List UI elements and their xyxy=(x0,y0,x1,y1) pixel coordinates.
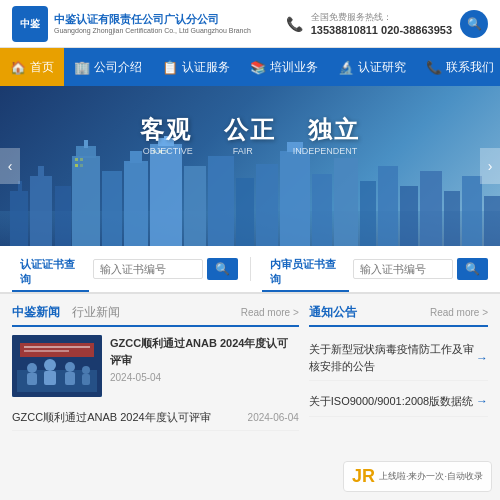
svg-rect-33 xyxy=(80,164,83,167)
contact-area: 📞 全国免费服务热线： 13538810811 020-38863953 🔍 xyxy=(286,10,488,38)
cert-search-input[interactable] xyxy=(93,259,203,279)
svg-rect-1 xyxy=(10,191,28,246)
svg-rect-6 xyxy=(72,156,100,246)
news-thumbnail xyxy=(12,335,102,397)
notice-section-header: 通知公告 Read more > xyxy=(309,304,488,327)
svg-rect-32 xyxy=(75,164,78,167)
svg-rect-21 xyxy=(312,174,332,246)
search-bar: 认证证书查询 🔍 内审员证书查询 🔍 xyxy=(0,246,500,294)
contact-icon: 📞 xyxy=(426,60,442,75)
svg-rect-4 xyxy=(38,166,44,176)
hero-prev-button[interactable]: ‹ xyxy=(0,148,20,184)
nav-label-cert-service: 认证服务 xyxy=(182,59,230,76)
hero-next-button[interactable]: › xyxy=(480,148,500,184)
svg-point-43 xyxy=(65,362,75,372)
svg-rect-18 xyxy=(256,164,278,246)
industry-news-tab[interactable]: 行业新闻 xyxy=(72,304,120,321)
svg-rect-9 xyxy=(102,171,122,246)
svg-point-45 xyxy=(82,366,90,374)
watermark-line1: 上线啦·来办一次·自动收录 xyxy=(379,470,483,483)
svg-rect-12 xyxy=(150,144,182,246)
svg-rect-10 xyxy=(124,161,148,246)
svg-rect-8 xyxy=(84,140,88,148)
about-icon: 🏢 xyxy=(74,60,90,75)
hero-slogan-3: 独立 xyxy=(308,114,360,146)
home-icon: 🏠 xyxy=(10,60,26,75)
logo-text: 中鉴认证有限责任公司广认分公司 Guangdong Zhongjian Cert… xyxy=(54,12,251,35)
hero-sub-1: OBJECTIVE xyxy=(143,146,193,156)
news-tabs: 中鉴新闻 行业新闻 xyxy=(12,304,120,321)
hero-sub-3: INDEPENDENT xyxy=(293,146,358,156)
internal-auditor-search-input[interactable] xyxy=(353,259,453,279)
notice-item-0[interactable]: 关于新型冠状病毒疫情防工作及审核安排的公告 → xyxy=(309,335,488,381)
nav-label-contact: 联系我们 xyxy=(446,59,494,76)
header-search-button[interactable]: 🔍 xyxy=(460,10,488,38)
news-image-content xyxy=(12,335,102,397)
nav-item-home[interactable]: 🏠 首页 xyxy=(0,48,64,86)
company-name-en: Guangdong Zhongjian Certification Co., L… xyxy=(54,26,251,35)
svg-rect-42 xyxy=(44,371,56,385)
svg-rect-29 xyxy=(484,196,500,246)
svg-rect-48 xyxy=(24,346,90,348)
hero-slogan-1: 客观 xyxy=(140,114,192,146)
notice-title-0: 关于新型冠状病毒疫情防工作及审核安排的公告 xyxy=(309,341,488,374)
news-read-more[interactable]: Read more > xyxy=(241,307,299,318)
internal-auditor-tab[interactable]: 内审员证书查询 xyxy=(262,254,349,292)
nav-item-cert-service[interactable]: 📋 认证服务 xyxy=(152,48,240,86)
featured-news-date: 2024-05-04 xyxy=(110,372,299,383)
auditor-search-button[interactable]: 🔍 xyxy=(457,258,488,280)
watermark-badge: JR 上线啦·来办一次·自动收录 xyxy=(343,461,492,492)
nav-item-research[interactable]: 🔬 认证研究 xyxy=(328,48,416,86)
phone-icon: 📞 xyxy=(286,16,303,32)
notice-section: 通知公告 Read more > 关于新型冠状病毒疫情防工作及审核安排的公告 →… xyxy=(309,304,488,431)
svg-rect-15 xyxy=(184,166,206,246)
notice-read-more[interactable]: Read more > xyxy=(430,307,488,318)
phone-label: 全国免费服务热线： xyxy=(311,11,452,24)
svg-rect-5 xyxy=(55,186,71,246)
search-divider xyxy=(250,257,251,281)
svg-rect-25 xyxy=(400,186,418,246)
hero-slogan-2: 公正 xyxy=(224,114,276,146)
svg-rect-27 xyxy=(444,191,460,246)
nav-item-training[interactable]: 📚 培训业务 xyxy=(240,48,328,86)
news-list-item[interactable]: GZCC顺利通过ANAB 2024年度认可评审 2024-06-04 xyxy=(12,405,299,431)
watermark-logo: JR xyxy=(352,466,375,487)
phone-numbers: 13538810811 020-38863953 xyxy=(311,24,452,36)
cert-search-button[interactable]: 🔍 xyxy=(207,258,238,280)
svg-point-39 xyxy=(27,363,37,373)
featured-news-card[interactable]: GZCC顺利通过ANAB 2024年度认可评审 2024-05-04 xyxy=(12,335,299,397)
training-icon: 📚 xyxy=(250,60,266,75)
news-list-title: GZCC顺利通过ANAB 2024年度认可评审 xyxy=(12,410,240,425)
notice-title-1: 关于ISO9000/9001:2008版数据统 xyxy=(309,393,488,410)
featured-news-content: GZCC顺利通过ANAB 2024年度认可评审 2024-05-04 xyxy=(110,335,299,397)
svg-rect-3 xyxy=(30,176,52,246)
news-section-header: 中鉴新闻 行业新闻 Read more > xyxy=(12,304,299,327)
news-list-date: 2024-06-04 xyxy=(248,412,299,423)
hero-sub-2: FAIR xyxy=(233,146,253,156)
company-name-cn: 中鉴认证有限责任公司广认分公司 xyxy=(54,12,251,26)
main-nav: 🏠 首页 🏢 公司介绍 📋 认证服务 📚 培训业务 🔬 认证研究 📞 联系我们 xyxy=(0,48,500,86)
nav-label-research: 认证研究 xyxy=(358,59,406,76)
svg-rect-22 xyxy=(334,158,358,246)
site-header: 中鉴 中鉴认证有限责任公司广认分公司 Guangdong Zhongjian C… xyxy=(0,0,500,48)
featured-news-title: GZCC顺利通过ANAB 2024年度认可评审 xyxy=(110,335,299,368)
nav-item-contact[interactable]: 📞 联系我们 xyxy=(416,48,500,86)
nav-item-about[interactable]: 🏢 公司介绍 xyxy=(64,48,152,86)
cert-search-tab[interactable]: 认证证书查询 xyxy=(12,254,89,292)
zhongjian-news-tab[interactable]: 中鉴新闻 xyxy=(12,304,60,321)
svg-rect-17 xyxy=(236,178,254,246)
svg-rect-46 xyxy=(82,374,90,385)
svg-point-41 xyxy=(44,359,56,371)
hero-slogan-area: 客观 公正 独立 xyxy=(140,114,360,146)
nav-label-about: 公司介绍 xyxy=(94,59,142,76)
svg-rect-19 xyxy=(280,151,310,246)
notice-title: 通知公告 xyxy=(309,304,357,321)
svg-rect-49 xyxy=(24,350,69,352)
notice-item-1[interactable]: 关于ISO9000/9001:2008版数据统 → xyxy=(309,387,488,417)
svg-rect-31 xyxy=(80,158,83,161)
watermark-text: 上线啦·来办一次·自动收录 xyxy=(379,470,483,483)
news-section: 中鉴新闻 行业新闻 Read more > xyxy=(12,304,299,431)
logo-icon: 中鉴 xyxy=(12,6,48,42)
nav-label-training: 培训业务 xyxy=(270,59,318,76)
cert-service-icon: 📋 xyxy=(162,60,178,75)
